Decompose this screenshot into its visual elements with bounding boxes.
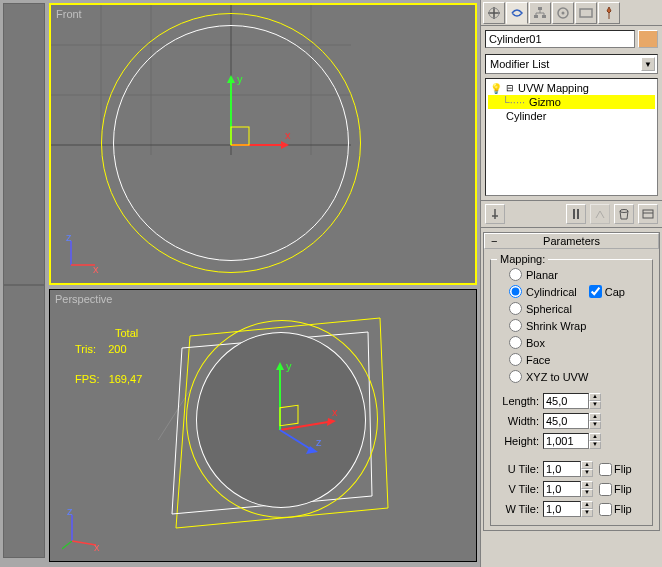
stack-item-uvw[interactable]: 💡 ⊟ UVW Mapping bbox=[488, 81, 655, 95]
radio-spherical[interactable] bbox=[509, 302, 522, 315]
vtile-input[interactable] bbox=[543, 481, 581, 497]
remove-modifier-button[interactable] bbox=[614, 204, 634, 224]
svg-rect-53 bbox=[573, 209, 575, 219]
svg-text:x: x bbox=[94, 541, 100, 553]
width-label: Width: bbox=[495, 415, 539, 427]
stack-item-cylinder[interactable]: Cylinder bbox=[488, 109, 655, 123]
object-name-input[interactable] bbox=[485, 30, 635, 48]
length-spin-up[interactable]: ▲ bbox=[589, 393, 601, 401]
tab-motion[interactable] bbox=[552, 2, 574, 24]
wtile-label: W Tile: bbox=[495, 503, 539, 515]
object-color-swatch[interactable] bbox=[638, 30, 658, 48]
svg-marker-32 bbox=[327, 418, 336, 426]
radio-planar[interactable] bbox=[509, 268, 522, 281]
radio-cylindrical[interactable] bbox=[509, 285, 522, 298]
modifier-list-dropdown[interactable]: Modifier List ▼ bbox=[485, 54, 658, 74]
vtile-label: V Tile: bbox=[495, 483, 539, 495]
viewport-label-front: Front bbox=[56, 8, 82, 20]
utile-input[interactable] bbox=[543, 461, 581, 477]
svg-rect-54 bbox=[577, 209, 579, 219]
utile-flip-checkbox[interactable] bbox=[599, 463, 612, 476]
viewport-left-strip-2 bbox=[3, 285, 45, 558]
vtile-flip-checkbox[interactable] bbox=[599, 483, 612, 496]
configure-sets-button[interactable] bbox=[638, 204, 658, 224]
height-spin-up[interactable]: ▲ bbox=[589, 433, 601, 441]
axis-tripod-persp: z x bbox=[62, 509, 106, 553]
svg-text:z: z bbox=[316, 436, 322, 448]
parameters-rollout: − Parameters Mapping: Planar Cylindrical… bbox=[483, 232, 660, 531]
svg-text:z: z bbox=[67, 509, 73, 517]
height-input[interactable] bbox=[543, 433, 589, 449]
svg-rect-52 bbox=[580, 9, 592, 17]
height-spin-down[interactable]: ▼ bbox=[589, 441, 601, 449]
wtile-input[interactable] bbox=[543, 501, 581, 517]
collapse-icon[interactable]: ⊟ bbox=[506, 83, 514, 93]
wtile-spin-up[interactable]: ▲ bbox=[581, 501, 593, 509]
width-spin-up[interactable]: ▲ bbox=[589, 413, 601, 421]
modifier-stack[interactable]: 💡 ⊟ UVW Mapping └····· Gizmo Cylinder bbox=[485, 78, 658, 196]
wtile-spin-down[interactable]: ▼ bbox=[581, 509, 593, 517]
utile-label: U Tile: bbox=[495, 463, 539, 475]
viewport-left-strip bbox=[3, 3, 45, 285]
dropdown-arrow-icon: ▼ bbox=[641, 57, 655, 71]
radio-face[interactable] bbox=[509, 353, 522, 366]
viewport-label-perspective: Perspective bbox=[55, 293, 112, 305]
viewport-perspective[interactable]: Perspective Total Tris: 200 FPS: 169,47 bbox=[49, 289, 477, 562]
width-spin-down[interactable]: ▼ bbox=[589, 421, 601, 429]
mapping-group: Mapping: Planar Cylindrical Cap Spherica… bbox=[490, 259, 653, 526]
svg-text:x: x bbox=[285, 129, 291, 141]
length-input[interactable] bbox=[543, 393, 589, 409]
utile-spin-down[interactable]: ▼ bbox=[581, 469, 593, 477]
wtile-flip-checkbox[interactable] bbox=[599, 503, 612, 516]
svg-text:x: x bbox=[93, 263, 99, 275]
vtile-spin-down[interactable]: ▼ bbox=[581, 489, 593, 497]
command-panel: Modifier List ▼ 💡 ⊟ UVW Mapping └····· G… bbox=[480, 0, 662, 567]
axis-tripod: z x bbox=[63, 235, 103, 275]
svg-rect-49 bbox=[542, 15, 546, 18]
length-spin-down[interactable]: ▼ bbox=[589, 401, 601, 409]
checkbox-cap[interactable] bbox=[589, 285, 602, 298]
tree-branch-icon: └····· bbox=[502, 96, 525, 108]
command-panel-tabs bbox=[481, 0, 662, 26]
width-input[interactable] bbox=[543, 413, 589, 429]
svg-text:z: z bbox=[66, 235, 72, 243]
transform-gizmo-persp[interactable]: x y z bbox=[250, 350, 360, 470]
svg-line-31 bbox=[280, 422, 328, 430]
radio-box[interactable] bbox=[509, 336, 522, 349]
rollout-header[interactable]: − Parameters bbox=[484, 233, 659, 249]
svg-text:y: y bbox=[237, 73, 243, 85]
svg-line-42 bbox=[72, 541, 96, 545]
rollout-collapse-icon: − bbox=[491, 235, 497, 247]
svg-point-51 bbox=[562, 12, 565, 15]
length-label: Length: bbox=[495, 395, 539, 407]
show-end-result-button[interactable] bbox=[566, 204, 586, 224]
svg-point-55 bbox=[620, 210, 628, 213]
svg-marker-15 bbox=[227, 75, 235, 83]
stats-total: Total bbox=[75, 325, 142, 341]
svg-rect-56 bbox=[643, 210, 653, 218]
radio-shrinkwrap[interactable] bbox=[509, 319, 522, 332]
svg-marker-35 bbox=[276, 362, 284, 370]
svg-line-43 bbox=[62, 541, 72, 549]
transform-gizmo[interactable]: x y bbox=[201, 65, 291, 165]
utile-spin-up[interactable]: ▲ bbox=[581, 461, 593, 469]
vtile-spin-up[interactable]: ▲ bbox=[581, 481, 593, 489]
modifier-list-label: Modifier List bbox=[490, 58, 549, 70]
pin-stack-button[interactable] bbox=[485, 204, 505, 224]
svg-rect-48 bbox=[534, 15, 538, 18]
radio-xyz[interactable] bbox=[509, 370, 522, 383]
tab-display[interactable] bbox=[575, 2, 597, 24]
stack-toolbar bbox=[481, 200, 662, 228]
tab-modify[interactable] bbox=[506, 2, 528, 24]
svg-rect-47 bbox=[538, 7, 542, 10]
tab-create[interactable] bbox=[483, 2, 505, 24]
svg-rect-40 bbox=[280, 405, 298, 426]
tab-utilities[interactable] bbox=[598, 2, 620, 24]
mapping-group-title: Mapping: bbox=[497, 253, 548, 265]
stack-item-gizmo[interactable]: └····· Gizmo bbox=[488, 95, 655, 109]
tab-hierarchy[interactable] bbox=[529, 2, 551, 24]
make-unique-button[interactable] bbox=[590, 204, 610, 224]
height-label: Height: bbox=[495, 435, 539, 447]
lightbulb-icon: 💡 bbox=[490, 83, 502, 94]
viewport-front[interactable]: Front x y bbox=[49, 3, 477, 285]
